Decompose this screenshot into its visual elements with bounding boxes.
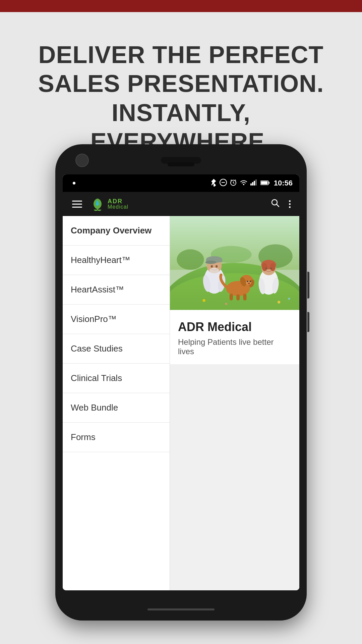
status-icons: 10:56 bbox=[210, 178, 293, 188]
do-not-disturb-icon bbox=[220, 179, 227, 188]
svg-line-7 bbox=[231, 180, 232, 180]
wifi-icon bbox=[240, 179, 248, 187]
bluetooth-icon bbox=[210, 178, 217, 188]
svg-point-35 bbox=[209, 268, 219, 273]
svg-point-23 bbox=[177, 249, 204, 270]
status-time: 10:56 bbox=[274, 179, 293, 187]
sidebar-item-visionpro[interactable]: VisionPro™ bbox=[63, 305, 170, 334]
more-dot-1 bbox=[289, 200, 291, 202]
status-bar: 10:56 bbox=[63, 174, 299, 192]
company-info-card: ADR Medical Helping Patients live better… bbox=[170, 310, 299, 364]
search-button[interactable] bbox=[269, 197, 282, 212]
sidebar-item-web-bundle[interactable]: Web Bundle bbox=[63, 393, 170, 423]
app-toolbar: ADR Medical bbox=[63, 192, 299, 216]
svg-rect-11 bbox=[252, 182, 253, 185]
app-logo: ADR Medical bbox=[90, 197, 263, 211]
sidebar-item-forms[interactable]: Forms bbox=[63, 423, 170, 452]
svg-rect-10 bbox=[250, 183, 252, 185]
svg-point-53 bbox=[270, 263, 276, 271]
svg-point-52 bbox=[262, 263, 267, 271]
sidebar-menu: Company Overview HealthyHeart™ HeartAssi… bbox=[63, 216, 170, 590]
volume-button bbox=[307, 312, 309, 332]
svg-rect-48 bbox=[243, 293, 246, 300]
company-name: ADR Medical bbox=[178, 320, 291, 334]
gray-content-section bbox=[170, 364, 299, 590]
svg-point-44 bbox=[250, 281, 251, 282]
svg-point-55 bbox=[270, 267, 272, 270]
logo-text: ADR Medical bbox=[108, 198, 128, 210]
logo-medical-text: Medical bbox=[108, 204, 128, 210]
hamburger-menu-button[interactable] bbox=[69, 198, 85, 210]
sidebar-item-company-overview[interactable]: Company Overview bbox=[63, 216, 170, 246]
phone-screen: 10:56 bbox=[63, 174, 299, 590]
hero-headline: DELIVER THE PERFECT SALES PRESENTATION. … bbox=[20, 40, 342, 156]
hamburger-line-2 bbox=[72, 204, 82, 205]
svg-rect-13 bbox=[255, 179, 257, 185]
svg-point-33 bbox=[211, 265, 213, 268]
logo-icon bbox=[90, 197, 105, 211]
svg-point-54 bbox=[265, 267, 267, 270]
top-status-bar bbox=[0, 0, 362, 12]
svg-point-43 bbox=[247, 281, 248, 282]
more-dot-2 bbox=[289, 203, 291, 205]
svg-rect-46 bbox=[230, 293, 233, 300]
front-camera bbox=[75, 154, 89, 167]
hamburger-line-3 bbox=[72, 207, 82, 208]
sidebar-item-case-studies[interactable]: Case Studies bbox=[63, 334, 170, 364]
svg-point-9 bbox=[243, 184, 244, 185]
svg-rect-16 bbox=[261, 181, 267, 184]
sidebar-item-heartassist[interactable]: HeartAssist™ bbox=[63, 275, 170, 305]
phone-shell: 10:56 bbox=[55, 144, 307, 621]
status-dot bbox=[73, 182, 75, 184]
content-area: Company Overview HealthyHeart™ HeartAssi… bbox=[63, 216, 299, 590]
svg-point-61 bbox=[288, 298, 290, 300]
power-button bbox=[307, 272, 309, 299]
more-options-button[interactable] bbox=[287, 198, 293, 210]
earpiece bbox=[168, 162, 194, 166]
main-content-panel: ADR Medical Helping Patients live better… bbox=[170, 216, 299, 590]
svg-point-32 bbox=[205, 261, 217, 264]
svg-line-6 bbox=[233, 183, 234, 183]
home-bar bbox=[147, 608, 215, 610]
svg-rect-12 bbox=[254, 181, 255, 185]
sidebar-item-clinical-trials[interactable]: Clinical Trials bbox=[63, 364, 170, 393]
logo-adr-text: ADR bbox=[108, 198, 128, 204]
svg-rect-15 bbox=[268, 182, 269, 184]
svg-line-8 bbox=[235, 180, 236, 180]
battery-icon bbox=[260, 179, 270, 187]
sidebar-item-healthyheart[interactable]: HealthyHeart™ bbox=[63, 246, 170, 275]
company-tagline: Helping Patients live better lives bbox=[178, 337, 291, 356]
svg-point-60 bbox=[278, 301, 280, 304]
svg-point-58 bbox=[203, 299, 205, 302]
more-dot-3 bbox=[289, 206, 291, 208]
alarm-icon bbox=[230, 179, 237, 188]
hamburger-line-1 bbox=[72, 201, 82, 202]
signal-icon bbox=[250, 179, 258, 187]
hero-image bbox=[170, 216, 299, 310]
svg-line-20 bbox=[277, 204, 279, 207]
svg-point-34 bbox=[216, 265, 218, 268]
phone-device: 10:56 bbox=[55, 144, 307, 621]
svg-rect-47 bbox=[236, 294, 240, 300]
svg-point-59 bbox=[225, 303, 227, 305]
svg-point-45 bbox=[248, 283, 250, 284]
